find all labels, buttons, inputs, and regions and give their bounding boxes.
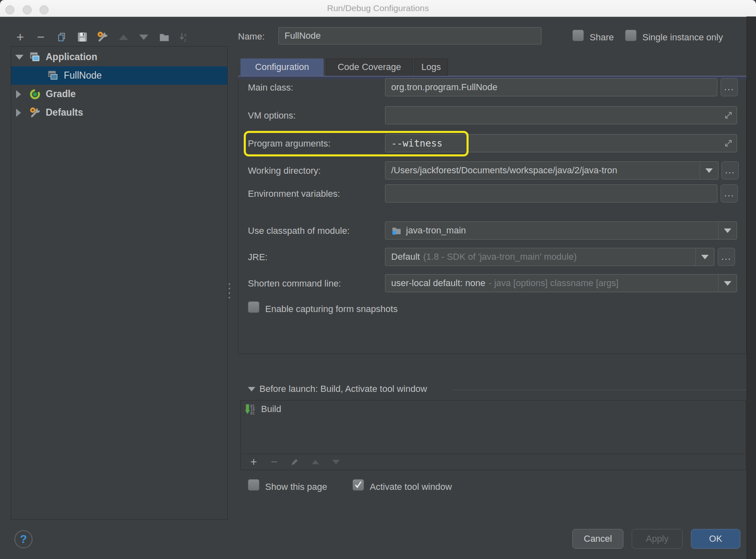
application-icon	[29, 51, 41, 63]
tab-code-coverage[interactable]: Code Coverage	[326, 58, 413, 76]
use-classpath-dropdown-button[interactable]	[718, 222, 737, 239]
chevron-down-icon	[724, 228, 731, 233]
svg-text:z: z	[184, 37, 186, 42]
tree-item-application[interactable]: Application	[11, 48, 227, 66]
svg-text:a: a	[184, 32, 187, 37]
tree-item-label: Gradle	[46, 89, 76, 100]
working-directory-browse-button[interactable]: ...	[721, 161, 739, 179]
settings-wrench-icon	[29, 107, 41, 119]
main-class-label: Main class:	[248, 82, 293, 93]
jre-dropdown-button[interactable]	[695, 248, 714, 266]
tree-item-label: Defaults	[46, 107, 83, 118]
svg-text:01: 01	[250, 411, 254, 415]
use-classpath-label: Use classpath of module:	[248, 226, 350, 236]
program-arguments-label: Program arguments:	[248, 138, 331, 149]
move-up-button[interactable]	[116, 30, 131, 44]
show-this-page-checkbox[interactable]	[248, 479, 259, 491]
sort-alphabetically-icon: az	[178, 31, 190, 43]
ellipsis-icon: ...	[725, 168, 735, 172]
environment-variables-input[interactable]	[385, 184, 717, 203]
move-up-icon	[312, 460, 319, 464]
working-directory-input[interactable]: /Users/jackforest/Documents/workspace/ja…	[385, 161, 719, 179]
tree-item-label: Application	[46, 51, 97, 63]
shorten-command-line-combobox[interactable]: user-local default: none - java [options…	[385, 274, 737, 292]
name-input[interactable]: FullNode	[278, 27, 541, 44]
shorten-command-line-dropdown-button[interactable]	[718, 275, 737, 292]
before-launch-add-button[interactable]: +	[246, 455, 261, 468]
enable-snapshots-label: Enable capturing form snapshots	[265, 304, 398, 314]
build-icon: 011001	[245, 403, 256, 415]
collapse-arrow-icon[interactable]	[15, 55, 23, 60]
cancel-button[interactable]: Cancel	[572, 529, 623, 549]
save-icon	[77, 31, 88, 43]
new-folder-button[interactable]	[156, 30, 172, 44]
expand-arrow-icon[interactable]	[16, 109, 21, 117]
before-launch-item-build[interactable]: 011001 Build	[245, 403, 281, 415]
chevron-down-icon	[724, 281, 731, 286]
share-checkbox[interactable]	[572, 30, 584, 41]
use-classpath-combobox[interactable]: java-tron_main	[385, 221, 737, 240]
single-instance-checkbox[interactable]	[625, 30, 637, 41]
enable-snapshots-checkbox[interactable]	[248, 301, 259, 313]
application-icon	[47, 70, 59, 82]
tab-configuration[interactable]: Configuration	[240, 58, 324, 76]
activate-tool-window-label: Activate tool window	[370, 482, 452, 492]
ok-button[interactable]: OK	[691, 529, 740, 549]
chevron-down-icon	[705, 168, 713, 173]
program-arguments-input[interactable]: --witness	[385, 134, 737, 152]
add-configuration-button[interactable]: +	[12, 30, 28, 44]
name-label: Name:	[238, 31, 265, 42]
expand-field-icon[interactable]	[723, 110, 733, 120]
sort-configurations-button[interactable]: az	[176, 30, 192, 44]
vm-options-input[interactable]	[385, 106, 737, 124]
save-configuration-button[interactable]	[75, 30, 90, 44]
before-launch-remove-button[interactable]: −	[267, 455, 282, 468]
plus-icon: +	[250, 456, 257, 468]
window-title: Run/Debug Configurations	[0, 3, 756, 13]
minus-icon: −	[271, 456, 278, 468]
ellipsis-icon: ...	[724, 85, 734, 89]
main-class-browse-button[interactable]: ...	[721, 78, 738, 96]
single-instance-label: Single instance only	[642, 32, 723, 43]
before-launch-move-up-button[interactable]	[308, 455, 323, 468]
remove-configuration-button[interactable]: −	[33, 30, 49, 44]
configurations-tree: Application FullNode Gradle Defaults	[11, 46, 228, 519]
copy-configuration-button[interactable]	[54, 30, 70, 44]
before-launch-edit-button[interactable]	[287, 455, 302, 468]
titlebar: Run/Debug Configurations	[0, 0, 756, 17]
edit-defaults-button[interactable]	[95, 30, 110, 44]
main-class-input[interactable]: org.tron.program.FullNode	[385, 78, 717, 96]
gradle-icon	[29, 89, 41, 100]
before-launch-separator	[453, 390, 746, 390]
environment-variables-browse-button[interactable]: ...	[721, 184, 738, 203]
jre-combobox[interactable]: Default (1.8 - SDK of 'java-tron_main' m…	[385, 248, 714, 266]
splitter-handle[interactable]	[229, 283, 230, 298]
working-directory-dropdown-button[interactable]	[700, 162, 718, 179]
environment-variables-label: Environment variables:	[248, 189, 340, 199]
share-label: Share	[590, 32, 614, 43]
chevron-down-icon	[701, 255, 709, 259]
vm-options-label: VM options:	[248, 110, 296, 121]
help-button[interactable]: ?	[14, 530, 33, 548]
expand-field-icon[interactable]	[723, 138, 733, 148]
jre-label: JRE:	[248, 252, 268, 263]
before-launch-collapse-icon[interactable]	[248, 387, 255, 391]
activate-tool-window-checkbox[interactable]	[352, 479, 364, 491]
question-icon: ?	[20, 533, 27, 546]
before-launch-move-down-button[interactable]	[329, 455, 343, 468]
apply-button[interactable]: Apply	[632, 529, 683, 549]
jre-value: Default	[391, 252, 420, 262]
tree-item-label: FullNode	[64, 70, 102, 81]
shorten-command-line-label: Shorten command line:	[248, 278, 341, 289]
move-down-button[interactable]	[136, 30, 152, 44]
jre-browse-button[interactable]: ...	[718, 248, 735, 266]
check-icon	[354, 480, 363, 489]
tree-item-gradle[interactable]: Gradle	[11, 85, 227, 103]
window-right-edge	[747, 16, 756, 559]
tree-item-fullnode-selected[interactable]: FullNode	[11, 66, 227, 85]
move-down-icon	[139, 35, 148, 40]
tree-item-defaults[interactable]: Defaults	[11, 103, 227, 122]
expand-arrow-icon[interactable]	[16, 90, 21, 98]
minus-icon: −	[37, 31, 45, 43]
tab-logs[interactable]: Logs	[414, 58, 448, 76]
